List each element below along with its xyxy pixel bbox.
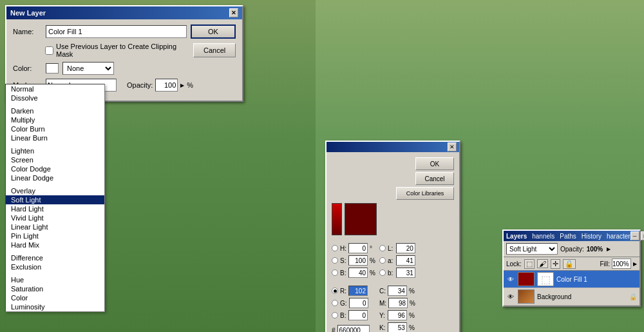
blend-mode-normal[interactable]: Normal bbox=[6, 84, 104, 93]
m-input[interactable] bbox=[388, 298, 408, 308]
a-input[interactable] bbox=[396, 255, 415, 266]
c-field-row: C: % bbox=[379, 286, 415, 296]
blend-mode-pin-light[interactable]: Pin Light bbox=[6, 231, 104, 240]
blend-mode-linear-light[interactable]: Linear Light bbox=[6, 222, 104, 231]
hex-input[interactable] bbox=[337, 325, 370, 332]
blend-mode-exclusion[interactable]: Exclusion bbox=[6, 262, 104, 271]
name-input[interactable] bbox=[46, 25, 187, 38]
blend-mode-difference[interactable]: Difference bbox=[6, 253, 104, 262]
blend-mode-luminosity[interactable]: Luminosity bbox=[6, 302, 104, 311]
lock-all-icon[interactable]: 🔒 bbox=[563, 259, 576, 269]
c-input[interactable] bbox=[388, 286, 407, 296]
layers-tab-history[interactable]: History bbox=[582, 233, 601, 240]
b2-label: b: bbox=[388, 269, 394, 277]
blend-mode-overlay[interactable]: Overlay bbox=[6, 186, 104, 195]
fill-input[interactable] bbox=[612, 259, 631, 269]
cancel-button[interactable]: Cancel bbox=[193, 43, 236, 57]
layer-background[interactable]: 👁 Background 🔒 bbox=[504, 288, 639, 306]
layer-thumb-red bbox=[518, 272, 535, 286]
clipping-mask-checkbox[interactable] bbox=[45, 46, 53, 55]
r-label: R: bbox=[340, 288, 346, 295]
b-input[interactable] bbox=[348, 268, 368, 278]
k-label: K: bbox=[379, 324, 386, 331]
a-radio[interactable] bbox=[379, 257, 386, 264]
k-input[interactable] bbox=[388, 322, 407, 332]
ok-button[interactable]: OK bbox=[191, 24, 236, 39]
color-picker-cancel-button[interactable]: Cancel bbox=[415, 172, 454, 185]
previous-color-swatch[interactable] bbox=[332, 203, 342, 235]
lock-transparent-icon[interactable]: ⬚ bbox=[524, 259, 535, 269]
l-input[interactable] bbox=[396, 243, 415, 253]
opacity-input[interactable] bbox=[155, 79, 178, 92]
blend-mode-dissolve[interactable]: Dissolve bbox=[6, 93, 104, 103]
blend-mode-color[interactable]: Color bbox=[6, 293, 104, 302]
layer-thumb-photo bbox=[518, 289, 535, 304]
layer-color-fill[interactable]: 👁 ⬚ Color Fill 1 bbox=[504, 271, 639, 288]
blend-mode-saturation[interactable]: Saturation bbox=[6, 284, 104, 293]
opacity-suffix: % bbox=[187, 81, 193, 89]
color-swatch[interactable] bbox=[46, 63, 59, 73]
b-radio[interactable] bbox=[332, 269, 338, 276]
h-radio[interactable] bbox=[332, 245, 338, 251]
layer-eye-color-fill[interactable]: 👁 bbox=[506, 275, 515, 284]
layer-eye-background[interactable]: 👁 bbox=[506, 292, 515, 301]
opacity-arrow[interactable]: ▶ bbox=[180, 83, 184, 88]
layers-tab-layers[interactable]: Layers bbox=[506, 233, 527, 240]
blend-mode-multiply[interactable]: Multiply bbox=[6, 115, 104, 124]
color-picker-ok-button[interactable]: OK bbox=[415, 157, 454, 170]
r-radio[interactable] bbox=[332, 288, 338, 294]
layers-minimize-button[interactable]: ─ bbox=[630, 231, 639, 240]
blend-mode-hue[interactable]: Hue bbox=[6, 275, 104, 284]
blend-mode-screen[interactable]: Screen bbox=[6, 155, 104, 164]
layers-tab-paths[interactable]: Paths bbox=[560, 233, 576, 240]
color-select[interactable]: None bbox=[62, 62, 114, 75]
layers-panel: Layers hannels Paths History haracter ─ … bbox=[502, 229, 641, 307]
blend-mode-vivid-light[interactable]: Vivid Light bbox=[6, 213, 104, 222]
fill-arrow[interactable]: ▶ bbox=[633, 261, 637, 267]
layers-tab-character[interactable]: haracter bbox=[607, 233, 630, 240]
blend-mode-color-dodge[interactable]: Color Dodge bbox=[6, 164, 104, 173]
r-input[interactable] bbox=[348, 286, 368, 296]
blend-mode-hard-light[interactable]: Hard Light bbox=[6, 204, 104, 213]
lock-image-icon[interactable]: 🖌 bbox=[537, 259, 548, 268]
blend-mode-soft-light[interactable]: Soft Light bbox=[6, 195, 104, 204]
s-input[interactable] bbox=[348, 255, 368, 266]
close-button[interactable]: ✕ bbox=[229, 8, 238, 17]
l-radio[interactable] bbox=[379, 245, 386, 251]
blend-mode-lighten[interactable]: Lighten bbox=[6, 146, 104, 155]
lab-cmyk-separator bbox=[379, 280, 415, 284]
g-radio[interactable] bbox=[332, 300, 338, 306]
k-field-row: K: % bbox=[379, 322, 415, 332]
b3-radio[interactable] bbox=[332, 312, 338, 318]
s-radio[interactable] bbox=[332, 257, 338, 264]
blend-mode-hard-mix[interactable]: Hard Mix bbox=[6, 240, 104, 249]
color-libraries-button[interactable]: Color Libraries bbox=[396, 187, 454, 200]
b2-input[interactable] bbox=[396, 268, 415, 278]
s-label: S: bbox=[340, 257, 346, 264]
blend-mode-linear-dodge[interactable]: Linear Dodge bbox=[6, 173, 104, 182]
layers-tab-channels[interactable]: hannels bbox=[532, 233, 554, 240]
b3-input[interactable] bbox=[348, 310, 368, 320]
blend-mode-darken[interactable]: Darken bbox=[6, 106, 104, 115]
current-color-swatch[interactable] bbox=[345, 203, 377, 235]
s-field-row: S: % bbox=[332, 255, 375, 266]
b2-radio[interactable] bbox=[379, 269, 386, 276]
y-input[interactable] bbox=[388, 310, 407, 320]
h-input[interactable] bbox=[348, 243, 368, 253]
layers-mode-select[interactable]: Soft Light bbox=[506, 243, 558, 255]
m-suffix: % bbox=[410, 300, 415, 307]
blend-mode-linear-burn[interactable]: Linear Burn bbox=[6, 133, 104, 142]
color-picker-close-button[interactable]: ✕ bbox=[448, 142, 457, 151]
hsb-rgb-col: H: ° S: % B: % bbox=[332, 243, 375, 332]
layers-mode-row: Soft Light Opacity: 100% ▶ bbox=[504, 241, 639, 257]
blend-mode-color-burn[interactable]: Color Burn bbox=[6, 124, 104, 133]
g-input[interactable] bbox=[349, 298, 368, 308]
checkbox-label: Use Previous Layer to Create Clipping Ma… bbox=[56, 43, 187, 58]
background-lock-icon: 🔒 bbox=[629, 293, 637, 300]
lab-cmyk-col: L: a: b: C: % bbox=[379, 243, 415, 332]
layers-opacity-arrow[interactable]: ▶ bbox=[607, 246, 611, 252]
layers-maximize-button[interactable]: □ bbox=[641, 231, 644, 240]
l-field-row: L: bbox=[379, 243, 415, 253]
fill-label: Fill: bbox=[600, 260, 610, 268]
lock-position-icon[interactable]: ✛ bbox=[551, 259, 560, 269]
